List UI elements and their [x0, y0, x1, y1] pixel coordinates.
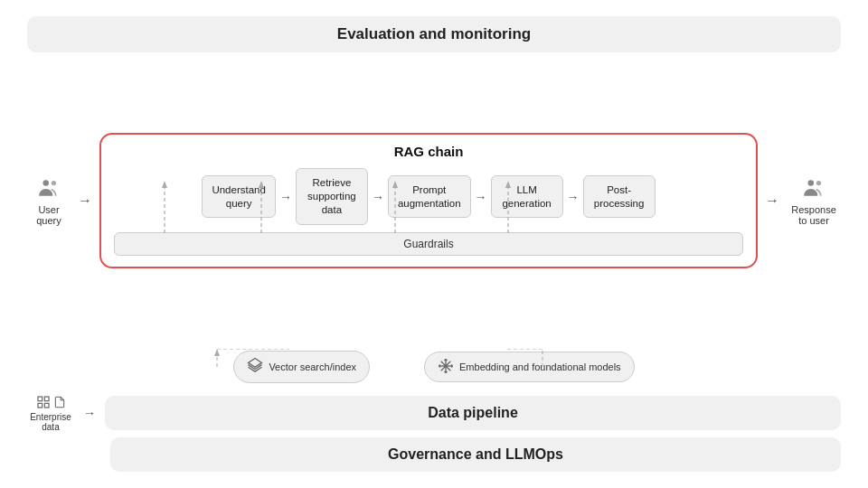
step-prompt: Promptaugmentation [388, 175, 471, 219]
data-pipeline-banner: Data pipeline [105, 396, 841, 430]
svg-point-22 [445, 365, 448, 368]
arrow-3: → [471, 190, 491, 204]
bottom-banners-section: Enterprise data → Data pipeline Governan… [27, 394, 841, 472]
svg-rect-34 [44, 403, 49, 408]
rag-chain-box: RAG chain Understandquery → Retrievesupp… [99, 133, 758, 268]
response-user-label: Response to user [791, 204, 836, 226]
services-row: Vector search/index Embedding and founda… [27, 349, 841, 385]
guardrails-bar: Guardrails [114, 232, 743, 256]
step-llm: LLMgeneration [491, 175, 563, 219]
rag-chain-title: RAG chain [114, 144, 743, 159]
embedding-pill: Embedding and foundational models [424, 352, 635, 382]
svg-marker-16 [214, 349, 220, 356]
user-to-rag-arrow: → [78, 192, 92, 209]
svg-point-11 [816, 180, 821, 184]
vector-search-pill: Vector search/index [233, 351, 370, 383]
step-postprocessing: Post-processing [583, 175, 656, 219]
svg-point-1 [52, 180, 56, 184]
response-to-user-node: Response to user [787, 176, 841, 226]
step-understand: Understandquery [202, 175, 275, 219]
grid-icon [36, 394, 51, 410]
arrow-4: → [563, 190, 583, 204]
enterprise-data-label: Enterprise data [30, 412, 71, 432]
enterprise-data-node: Enterprise data [27, 394, 74, 432]
arrow-2: → [368, 190, 388, 204]
snowflake-icon [438, 358, 454, 376]
vector-search-label: Vector search/index [269, 361, 356, 372]
embedding-label: Embedding and foundational models [459, 361, 621, 372]
response-user-icon [802, 176, 826, 202]
data-pipeline-row: Enterprise data → Data pipeline [27, 394, 841, 432]
svg-rect-32 [44, 397, 49, 401]
user-query-node: User query [27, 176, 71, 226]
governance-banner: Governance and LLMOps [110, 437, 841, 472]
governance-label: Governance and LLMOps [388, 446, 563, 463]
user-query-label: User query [36, 204, 61, 226]
svg-rect-31 [38, 397, 42, 401]
user-group-icon [37, 176, 61, 202]
main-flow-section: User query → RAG chain Understandquery →… [27, 61, 841, 340]
evaluation-monitoring-label: Evaluation and monitoring [337, 25, 531, 43]
svg-point-0 [43, 180, 50, 186]
data-pipeline-label: Data pipeline [428, 405, 518, 421]
svg-point-10 [808, 180, 815, 186]
rag-steps-row: Understandquery → Retrievesupportingdata… [114, 168, 743, 225]
guardrails-label: Guardrails [403, 238, 453, 250]
svg-rect-33 [38, 403, 42, 408]
arrow-1: → [276, 190, 296, 204]
layers-icon [247, 357, 263, 377]
step-retrieve: Retrievesupportingdata [296, 168, 368, 225]
file-icon [53, 394, 66, 410]
governance-row: Governance and LLMOps [27, 437, 841, 472]
evaluation-monitoring-banner: Evaluation and monitoring [27, 16, 841, 52]
enterprise-to-pipeline-arrow: → [83, 406, 96, 420]
rag-to-response-arrow: → [765, 192, 779, 209]
enterprise-icons [36, 394, 66, 410]
